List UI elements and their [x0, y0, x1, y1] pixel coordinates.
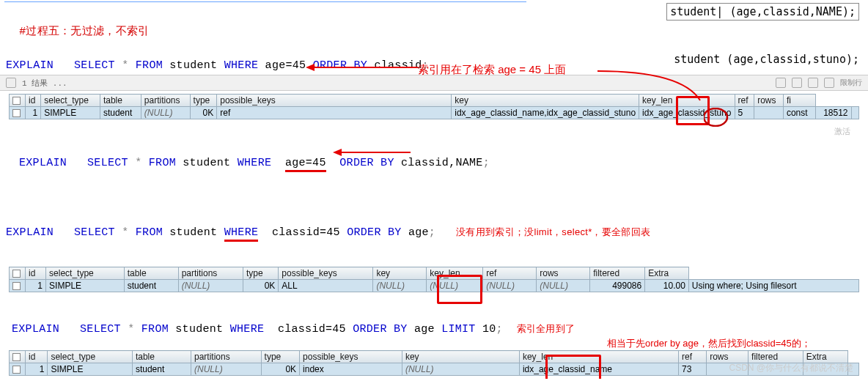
- tool-icon[interactable]: [6, 78, 16, 88]
- annotation-index-full: 索引全用到了: [517, 323, 575, 334]
- table-row[interactable]: 1 SIMPLE student (NULL) 0K ALL (NULL) (N…: [10, 280, 859, 292]
- annotation-equiv: 相当于先order by age，然后找到classid=45的；: [607, 337, 811, 350]
- tool-icon[interactable]: [808, 78, 818, 88]
- annotation-index-used: 索引用在了检索 age = 45 上面: [418, 63, 566, 77]
- table-row[interactable]: 1 SIMPLE student (NULL) 0K ref idx_age_c…: [10, 107, 859, 119]
- csdn-watermark: CSDN @你与什么有都说不清楚: [729, 362, 853, 374]
- sql-line-2: EXPLAIN SELECT * FROM student WHERE age=…: [0, 143, 868, 171]
- tool-icon[interactable]: [792, 78, 802, 88]
- checkbox-icon[interactable]: [12, 366, 21, 374]
- checkbox-icon[interactable]: [12, 270, 21, 278]
- checkbox-icon[interactable]: [12, 282, 21, 290]
- proc-comment: #过程五：无过滤，不索引: [20, 24, 150, 37]
- checkbox-icon[interactable]: [12, 109, 21, 117]
- tool-icon[interactable]: [776, 78, 786, 88]
- sql-line-3: EXPLAIN SELECT * FROM student WHERE clas…: [0, 212, 868, 240]
- explain-result-1: idselect_typetable partitionstypepossibl…: [9, 94, 859, 119]
- result-toolbar: 1 结果 ... 限制行: [0, 75, 868, 91]
- index-label-2: student (age,classid,stuno);: [674, 53, 859, 66]
- index-label-1: student| (age,classid,NAME);: [666, 3, 859, 21]
- toolbar-text: 1 结果 ...: [22, 78, 67, 89]
- checkbox-icon[interactable]: [12, 97, 21, 105]
- activate-label: 激活: [834, 126, 850, 137]
- sql-line-4: EXPLAIN SELECT * FROM student WHERE clas…: [0, 308, 868, 337]
- explain-result-2: idselect_typetable partitionstypepossibl…: [9, 267, 859, 292]
- checkbox-icon[interactable]: [12, 353, 21, 361]
- annotation-no-index: 没有用到索引；没limit，select*，要全部回表: [456, 226, 650, 237]
- tool-icon[interactable]: [824, 78, 834, 88]
